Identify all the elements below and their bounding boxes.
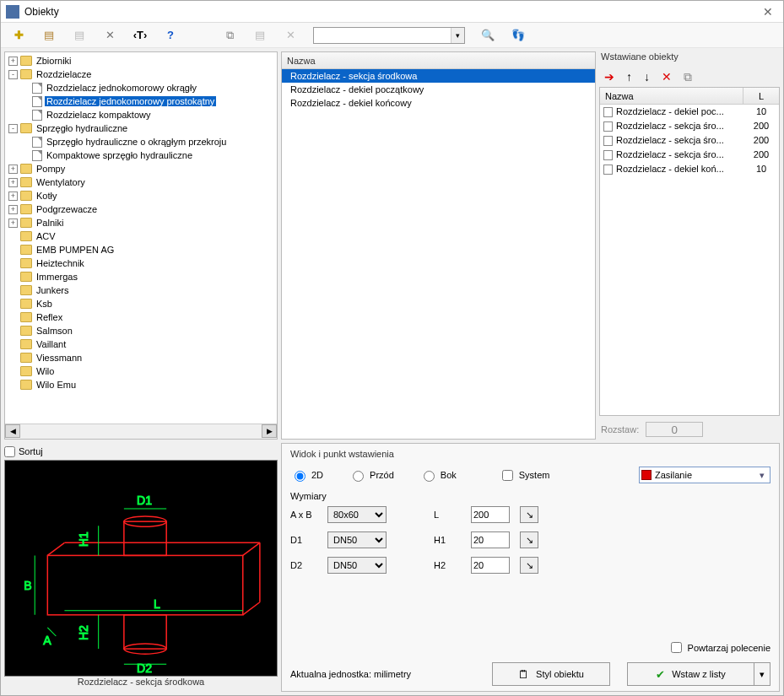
tree-folder[interactable]: Salmson: [8, 324, 277, 337]
insert-button[interactable]: ✔ Wstaw z listy: [627, 662, 754, 686]
tree-label: Wentylatory: [35, 177, 87, 187]
search-dropdown[interactable]: ▾: [451, 28, 464, 43]
expand-icon[interactable]: +: [8, 192, 18, 201]
document-icon: [603, 165, 613, 175]
table-row[interactable]: Rozdzielacz - sekcja śro...200: [600, 148, 779, 162]
expand-icon[interactable]: +: [8, 219, 18, 228]
close-button[interactable]: ✕: [758, 3, 778, 20]
expand-icon[interactable]: +: [8, 57, 18, 66]
props-icon[interactable]: ▤: [41, 28, 57, 43]
tree-item[interactable]: Sprzęgło hydrauliczne o okrągłym przekro…: [20, 135, 277, 148]
delete-icon[interactable]: ✕: [283, 28, 298, 43]
tree-folder[interactable]: EMB PUMPEN AG: [8, 243, 277, 256]
expand-icon: [8, 245, 18, 255]
scroll-track[interactable]: [20, 424, 262, 439]
tree-folder[interactable]: Wilo: [8, 364, 277, 378]
search-input[interactable]: [313, 27, 465, 44]
view-side-radio[interactable]: Bok: [419, 468, 457, 482]
find-icon[interactable]: 👣: [511, 28, 526, 43]
copy-icon[interactable]: ⧉: [222, 28, 237, 43]
tree-item[interactable]: Rozdzielacz kompaktowy: [20, 108, 277, 121]
expand-icon[interactable]: -: [8, 124, 18, 133]
tree-folder[interactable]: -Rozdzielacze: [8, 67, 277, 81]
select-ab[interactable]: 80x60: [327, 506, 387, 523]
tree-folder[interactable]: Junkers: [8, 283, 277, 297]
inserted-objects-table[interactable]: Rozdzielacz - dekiel poc...10Rozdzielacz…: [600, 105, 779, 415]
pick-h2[interactable]: ↘: [520, 557, 538, 574]
add-icon[interactable]: ✚: [11, 28, 26, 43]
category-tree[interactable]: +Zbiorniki-RozdzielaczeRozdzielacz jedno…: [5, 52, 277, 424]
tree-item[interactable]: Rozdzielacz jednokomorowy okrągły: [20, 81, 277, 94]
tree-folder[interactable]: Wilo Emu: [8, 378, 277, 391]
system-checkbox[interactable]: [502, 470, 513, 481]
help-icon[interactable]: ?: [163, 28, 178, 43]
tree-folder[interactable]: +Kotły: [8, 189, 277, 202]
tree-folder[interactable]: Viessmann: [8, 351, 277, 364]
type-list[interactable]: Rozdzielacz - sekcja środkowaRozdzielacz…: [282, 69, 595, 439]
input-h1[interactable]: [471, 531, 510, 548]
expand-icon: [20, 111, 30, 120]
view-front-radio[interactable]: Przód: [349, 468, 394, 482]
repeat-checkbox-row[interactable]: Powtarzaj polecenie: [668, 639, 770, 656]
select-d2[interactable]: DN50: [327, 557, 387, 574]
tree-folder[interactable]: Immergas: [8, 270, 277, 283]
expand-icon[interactable]: +: [8, 178, 18, 187]
list-item[interactable]: Rozdzielacz - sekcja środkowa: [282, 69, 595, 83]
style-button[interactable]: 🗒 Styl obiektu: [492, 662, 610, 686]
tree-folder[interactable]: -Sprzęgło hydrauliczne: [8, 121, 277, 135]
list-item[interactable]: Rozdzielacz - dekiel końcowy: [282, 96, 595, 110]
tree-folder[interactable]: +Wentylatory: [8, 175, 277, 189]
system-select[interactable]: Zasilanie ▾: [639, 467, 770, 483]
table-row[interactable]: Rozdzielacz - dekiel poc...10: [600, 105, 779, 119]
tree-folder[interactable]: +Palniki: [8, 216, 277, 229]
rt-l-header[interactable]: L: [743, 88, 779, 104]
table-row[interactable]: Rozdzielacz - dekiel koń...10: [600, 162, 779, 176]
list-item[interactable]: Rozdzielacz - dekiel początkowy: [282, 83, 595, 96]
search-icon[interactable]: 🔍: [480, 28, 495, 43]
view-2d-radio[interactable]: 2D: [290, 468, 323, 482]
repeat-checkbox[interactable]: [671, 642, 682, 653]
tools-icon[interactable]: ✕: [102, 28, 117, 43]
tree-folder[interactable]: Vaillant: [8, 337, 277, 351]
name-column-header[interactable]: Nazwa: [282, 52, 595, 69]
tree-item[interactable]: Rozdzielacz jednokomorowy prostokątny: [20, 94, 277, 108]
tree-folder[interactable]: Reflex: [8, 310, 277, 324]
tree-folder[interactable]: Heiztechnik: [8, 256, 277, 270]
tree-folder[interactable]: +Pompy: [8, 162, 277, 175]
rt-name-header[interactable]: Nazwa: [600, 88, 743, 104]
copy-list-icon[interactable]: ⧉: [684, 70, 692, 84]
input-h2[interactable]: [471, 557, 510, 574]
tree-folder[interactable]: Ksb: [8, 297, 277, 310]
move-down-icon[interactable]: ↓: [644, 70, 650, 84]
scroll-left[interactable]: ◀: [5, 424, 20, 438]
expand-icon[interactable]: +: [8, 205, 18, 214]
tree-folder[interactable]: +Podgrzewacze: [8, 202, 277, 216]
remove-icon[interactable]: ✕: [662, 70, 672, 84]
pick-l[interactable]: ↘: [520, 506, 538, 523]
expand-icon[interactable]: +: [8, 165, 18, 174]
spacing-input[interactable]: [646, 422, 703, 437]
insert-dropdown[interactable]: ▾: [754, 662, 770, 686]
pick-h1[interactable]: ↘: [520, 531, 538, 548]
input-l[interactable]: [471, 506, 510, 523]
svg-line-1: [47, 542, 64, 555]
svg-text:H1: H1: [77, 531, 90, 547]
document-icon: [32, 110, 42, 121]
tag-icon[interactable]: ‹T›: [132, 28, 148, 43]
list-icon[interactable]: ▤: [72, 28, 87, 43]
move-up-icon[interactable]: ↑: [626, 70, 632, 84]
select-d1[interactable]: DN50: [327, 531, 387, 548]
form-icon[interactable]: ▤: [252, 28, 268, 43]
sort-checkbox[interactable]: [4, 446, 15, 457]
scroll-right[interactable]: ▶: [262, 424, 277, 438]
expand-icon: [8, 272, 18, 282]
table-row[interactable]: Rozdzielacz - sekcja śro...200: [600, 119, 779, 133]
tree-item[interactable]: Kompaktowe sprzęgło hydrauliczne: [20, 148, 277, 162]
move-right-icon[interactable]: ➔: [604, 70, 614, 84]
lab-h1: H1: [434, 535, 464, 545]
folder-icon: [20, 204, 32, 214]
expand-icon[interactable]: -: [8, 70, 18, 79]
tree-folder[interactable]: +Zbiorniki: [8, 54, 277, 67]
tree-folder[interactable]: ACV: [8, 229, 277, 243]
table-row[interactable]: Rozdzielacz - sekcja śro...200: [600, 133, 779, 148]
